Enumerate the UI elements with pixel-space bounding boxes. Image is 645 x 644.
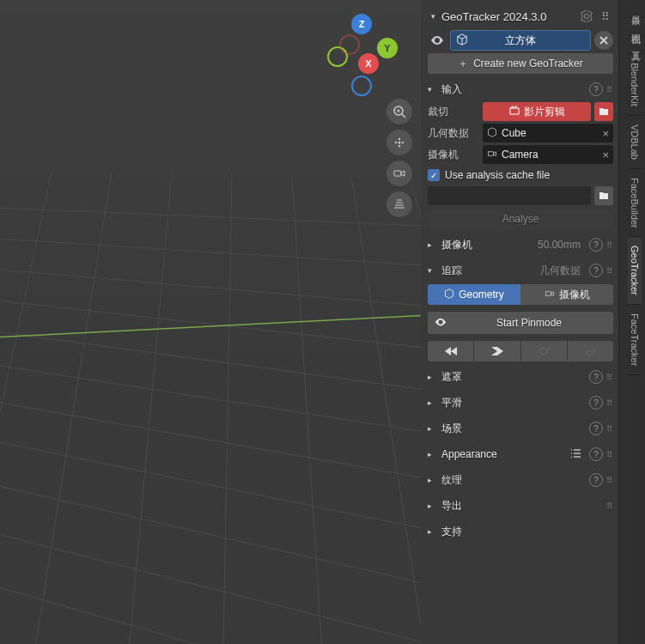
geometry-field[interactable]: Cube × (483, 124, 613, 143)
analyse-button[interactable]: Analyse (428, 209, 613, 229)
svg-line-2 (0, 236, 421, 268)
pan-button[interactable] (386, 130, 412, 155)
drag-grip-icon[interactable]: ⠿ (606, 85, 613, 94)
tab-facetracker[interactable]: FaceTracker (628, 305, 642, 375)
track-forward-button[interactable] (474, 341, 520, 361)
tab-vdblab[interactable]: VDBLab (628, 116, 642, 169)
export-header: 导出 (441, 499, 603, 513)
twisty-icon[interactable]: ▸ (428, 398, 438, 407)
clip-label: 裁切 (428, 105, 479, 119)
browse-cache-button[interactable] (594, 186, 613, 205)
svg-line-4 (0, 326, 421, 395)
visibility-icon[interactable] (428, 30, 447, 51)
twisty-icon[interactable]: ▸ (428, 240, 438, 249)
svg-line-15 (292, 176, 322, 644)
twisty-icon[interactable]: ▸ (428, 424, 438, 433)
clear-icon[interactable]: × (602, 149, 609, 161)
use-cache-checkbox[interactable]: ✓ (428, 169, 440, 181)
svg-point-28 (540, 348, 547, 355)
clear-object-button[interactable] (594, 31, 613, 50)
scene-header: 场景 (441, 422, 586, 436)
svg-line-12 (34, 172, 112, 644)
texture-header: 纹理 (441, 473, 586, 488)
svg-line-18 (0, 313, 421, 339)
svg-rect-26 (489, 151, 494, 155)
track-geometry-toggle[interactable]: Geometry (428, 284, 520, 305)
inputs-header: 输入 (441, 82, 586, 97)
twisty-icon[interactable]: ▸ (428, 501, 438, 510)
svg-line-10 (0, 575, 421, 644)
list-icon[interactable] (570, 447, 582, 462)
panel-scrollbar[interactable] (618, 0, 628, 644)
drag-grip-icon[interactable]: ⠿ (606, 424, 613, 434)
track-backward-button[interactable] (428, 341, 473, 361)
viewport-3d[interactable]: Z Y X (0, 0, 421, 644)
twisty-icon[interactable]: ▾ (428, 85, 438, 94)
side-panel: ▾ GeoTracker 2024.3.0 ⠿ 立方体 ＋ Create new… (421, 0, 618, 644)
drag-grip-icon[interactable]: ⠿ (598, 9, 613, 24)
movieclip-icon (509, 106, 520, 118)
svg-line-8 (0, 477, 421, 592)
twisty-icon[interactable]: ▾ (428, 266, 438, 275)
help-icon[interactable]: ? (589, 422, 603, 435)
tab-view[interactable]: 视图 (628, 18, 644, 36)
clip-field[interactable]: 影片剪辑 (483, 102, 591, 121)
drag-grip-icon[interactable]: ⠿ (606, 266, 613, 276)
open-clip-button[interactable] (594, 102, 613, 121)
tab-facebuilder[interactable]: FaceBuilder (628, 169, 642, 238)
twisty-icon[interactable]: ▸ (428, 476, 438, 484)
svg-line-1 (0, 266, 421, 309)
svg-point-29 (587, 350, 593, 355)
gizmo-z-axis[interactable]: Z (351, 14, 372, 34)
perspective-button[interactable] (386, 191, 412, 217)
twisty-icon[interactable]: ▸ (428, 527, 438, 536)
svg-line-14 (223, 172, 232, 644)
track-camera-toggle[interactable]: 摄像机 (520, 284, 613, 305)
geometry-label: 几何数据 (428, 126, 479, 141)
help-icon[interactable]: ? (589, 447, 603, 461)
drag-grip-icon[interactable]: ⠿ (606, 501, 613, 511)
tab-items[interactable]: 条目 (628, 0, 644, 18)
gizmo-neg-z[interactable] (351, 76, 372, 96)
create-geotracker-button[interactable]: ＋ Create new GeoTracker (428, 53, 613, 74)
twisty-icon[interactable]: ▸ (428, 450, 438, 459)
twisty-icon[interactable]: ▾ (428, 12, 438, 21)
help-icon[interactable]: ? (589, 396, 603, 410)
clear-track-button[interactable] (568, 341, 613, 361)
tab-geotracker[interactable]: GeoTracker (628, 237, 642, 305)
drag-grip-icon[interactable]: ⠿ (606, 373, 613, 382)
gear-icon[interactable] (579, 9, 594, 24)
camera-field[interactable]: Camera × (483, 145, 613, 164)
orientation-gizmo[interactable]: Z Y X (322, 9, 399, 90)
help-icon[interactable]: ? (589, 238, 603, 252)
gizmo-neg-x[interactable] (339, 34, 360, 55)
camera-view-button[interactable] (386, 161, 412, 186)
drag-grip-icon[interactable]: ⠿ (606, 476, 613, 485)
help-icon[interactable]: ? (589, 473, 603, 487)
camera-icon (545, 289, 555, 301)
gizmo-y-axis[interactable]: Y (377, 38, 398, 58)
tab-blenderkit[interactable]: BlenderKit (628, 54, 642, 116)
help-icon[interactable]: ? (589, 370, 603, 384)
refine-button[interactable] (521, 341, 567, 361)
help-icon[interactable]: ? (589, 264, 603, 277)
drag-grip-icon[interactable]: ⠿ (606, 450, 613, 459)
tab-tool[interactable]: 工具 (628, 36, 644, 54)
drag-grip-icon[interactable]: ⠿ (606, 240, 613, 250)
drag-grip-icon[interactable]: ⠿ (606, 398, 613, 408)
mask-header: 遮罩 (441, 370, 586, 385)
start-pinmode-button[interactable]: Start Pinmode (428, 312, 613, 334)
support-header: 支持 (441, 525, 613, 539)
focal-length: 50.00mm (538, 239, 581, 251)
target-object-field[interactable]: 立方体 (450, 30, 591, 51)
viewport-grid (0, 0, 421, 644)
zoom-button[interactable] (386, 99, 412, 125)
svg-line-5 (0, 359, 421, 438)
clear-icon[interactable]: × (602, 127, 609, 140)
help-icon[interactable]: ? (589, 82, 603, 96)
gizmo-x-axis[interactable]: X (358, 53, 379, 74)
svg-line-0 (0, 296, 421, 352)
svg-line-20 (402, 114, 405, 118)
twisty-icon[interactable]: ▸ (428, 373, 438, 381)
cache-path-field[interactable] (428, 186, 591, 205)
